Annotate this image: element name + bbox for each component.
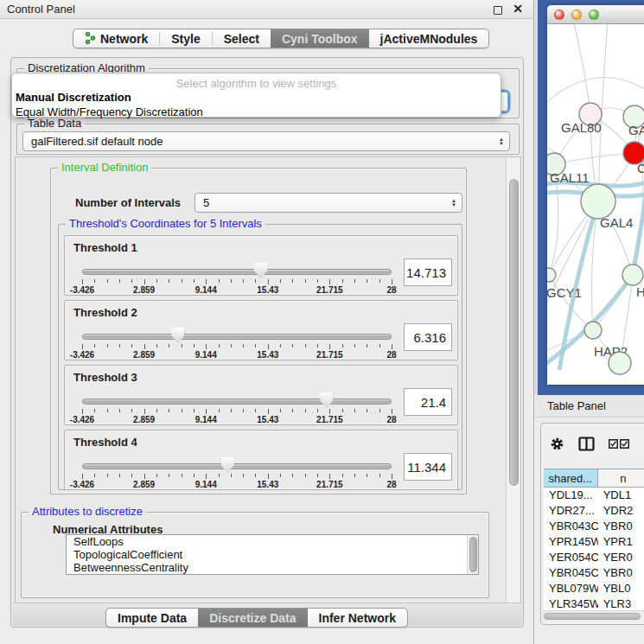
zoom-traffic-light[interactable]: [589, 10, 599, 20]
tab-impute-data[interactable]: Impute Data: [106, 609, 198, 627]
table-horizontal-scrollbar[interactable]: [542, 610, 644, 620]
network-canvas[interactable]: GAL80GACGAL11GAL4GCY1HHAP2: [547, 24, 644, 385]
table-cell[interactable]: YLR3: [598, 596, 644, 611]
gear-icon[interactable]: [550, 437, 564, 451]
table-cell[interactable]: YDR2: [598, 503, 644, 519]
attribute-item[interactable]: SelfLoops: [67, 535, 478, 548]
table-cell[interactable]: YLR345W: [544, 596, 598, 611]
tab-infer-network[interactable]: Infer Network: [308, 609, 407, 627]
slider-tick: [107, 344, 108, 348]
close-traffic-light[interactable]: [554, 10, 564, 20]
network-node[interactable]: [581, 184, 615, 219]
attributes-list-scrollbar[interactable]: [467, 535, 478, 574]
table-row[interactable]: YBR045CYBR0: [544, 565, 644, 581]
attribute-item[interactable]: BetweennessCentrality: [67, 561, 478, 574]
table-row[interactable]: YBR043CYBR0: [544, 519, 644, 534]
threshold-value-field[interactable]: 11.344: [404, 453, 452, 481]
threshold-panel: Threshold 4-3.4262.8599.14415.4321.71528…: [64, 430, 458, 490]
table-cell[interactable]: YBR0: [598, 565, 644, 581]
slider-thumb[interactable]: [221, 457, 234, 473]
scrollbar-thumb[interactable]: [544, 613, 641, 620]
slider-thumb[interactable]: [320, 392, 333, 408]
checkbox-icons[interactable]: [609, 439, 629, 449]
slider-thumb[interactable]: [254, 263, 267, 278]
table-row[interactable]: YLR345WYLR3: [544, 596, 644, 611]
network-edge[interactable]: [554, 153, 634, 164]
stepper-arrows-icon[interactable]: ▲▼: [499, 137, 504, 146]
algorithm-option[interactable]: Equal Width/Frequency Discretization: [12, 105, 501, 119]
table-cell[interactable]: YPR145W: [544, 534, 598, 550]
scrollbar-thumb[interactable]: [469, 537, 477, 572]
minimize-traffic-light[interactable]: [571, 10, 582, 20]
table-cell[interactable]: YBR0: [598, 519, 644, 534]
slider-tick: [94, 474, 95, 477]
attribute-item[interactable]: TopologicalCoefficient: [67, 548, 478, 561]
slider-tick: [156, 344, 157, 348]
threshold-label: Threshold 2: [73, 306, 137, 319]
tab-jactivemnodules[interactable]: jActiveMNodules: [369, 29, 489, 48]
table-cell[interactable]: YBL0: [598, 581, 644, 596]
slider-tick: [206, 344, 207, 349]
table-cell[interactable]: YER0: [598, 550, 644, 565]
table-data-group: Table Data galFiltered.sif default node …: [16, 124, 520, 155]
threshold-value-field[interactable]: 14.713: [404, 258, 452, 286]
table-cell[interactable]: YBR045C: [544, 565, 598, 581]
checked-box-icon[interactable]: [609, 439, 618, 449]
network-edge[interactable]: [547, 78, 644, 106]
scrollbar-thumb[interactable]: [509, 179, 519, 486]
column-header[interactable]: n: [598, 469, 644, 487]
slider-tick: [305, 344, 306, 348]
tab-select[interactable]: Select: [213, 29, 271, 48]
tab-cyni-toolbox[interactable]: Cyni Toolbox: [271, 29, 369, 48]
table-row[interactable]: YPR145WYPR1: [544, 534, 644, 550]
table-cell[interactable]: YDL19...: [544, 488, 598, 503]
column-header[interactable]: shared...: [544, 469, 598, 487]
float-window-icon[interactable]: [494, 6, 502, 15]
slider-tick: [367, 474, 367, 477]
network-edge-thick[interactable]: [633, 197, 644, 275]
tab-network[interactable]: Network: [73, 29, 159, 48]
table-cell[interactable]: YBR043C: [544, 519, 598, 534]
tab-style[interactable]: Style: [160, 29, 211, 48]
network-node[interactable]: [584, 322, 602, 339]
tab-discretize-data[interactable]: Discretize Data: [198, 609, 307, 627]
table-row[interactable]: YER054CYER0: [544, 550, 644, 565]
slider-thumb[interactable]: [171, 328, 184, 343]
table-cell[interactable]: YBL079W: [544, 581, 598, 596]
table-data-combobox[interactable]: galFiltered.sif default node ▲▼: [22, 131, 510, 151]
slider-tick: [107, 279, 108, 283]
close-icon[interactable]: ✕: [513, 2, 523, 16]
table-panel: shared...n YDL19...YDL1YDR27...YDR2YBR04…: [540, 423, 644, 625]
checked-box-icon[interactable]: [620, 439, 629, 449]
stepper-arrows-icon[interactable]: ▲▼: [451, 199, 456, 207]
table-cell[interactable]: YPR1: [598, 534, 644, 550]
slider-tick: [342, 474, 343, 477]
table-row[interactable]: YDR27...YDR2: [544, 503, 644, 519]
number-of-intervals-combobox[interactable]: 5 ▲▼: [194, 193, 462, 213]
slider-tick-label: 15.43: [257, 415, 278, 424]
table-row[interactable]: YBL079WYBL0: [544, 581, 644, 596]
table-cell[interactable]: YER054C: [544, 550, 598, 565]
cyni-toolbox-panel: Discretization Algorithm ▲▼ Table Data g…: [10, 57, 524, 628]
slider-tick: [169, 474, 169, 477]
algorithm-option[interactable]: Manual Discretization: [12, 90, 501, 105]
threshold-value-field[interactable]: 21.4: [404, 388, 452, 416]
slider-tick-label: 28: [386, 285, 396, 295]
slider-track[interactable]: [82, 269, 392, 275]
network-node[interactable]: [622, 265, 643, 285]
threshold-value-field[interactable]: 6.316: [404, 323, 452, 351]
table-cell[interactable]: YDR27...: [544, 503, 598, 519]
network-node[interactable]: [547, 268, 556, 282]
network-edge[interactable]: [573, 24, 590, 114]
network-node[interactable]: [609, 352, 631, 374]
split-panel-icon[interactable]: [578, 436, 595, 452]
slider-track[interactable]: [82, 463, 392, 469]
slider-tick: [131, 279, 132, 283]
table-row[interactable]: YDL19...YDL1: [544, 488, 644, 503]
slider-tick: [194, 344, 194, 348]
numerical-attributes-list[interactable]: SelfLoopsTopologicalCoefficientBetweenne…: [66, 534, 479, 575]
slider-track[interactable]: [82, 334, 392, 340]
table-cell[interactable]: YDL1: [598, 488, 644, 503]
slider-track[interactable]: [82, 399, 392, 405]
settings-vertical-scrollbar[interactable]: [506, 157, 520, 603]
